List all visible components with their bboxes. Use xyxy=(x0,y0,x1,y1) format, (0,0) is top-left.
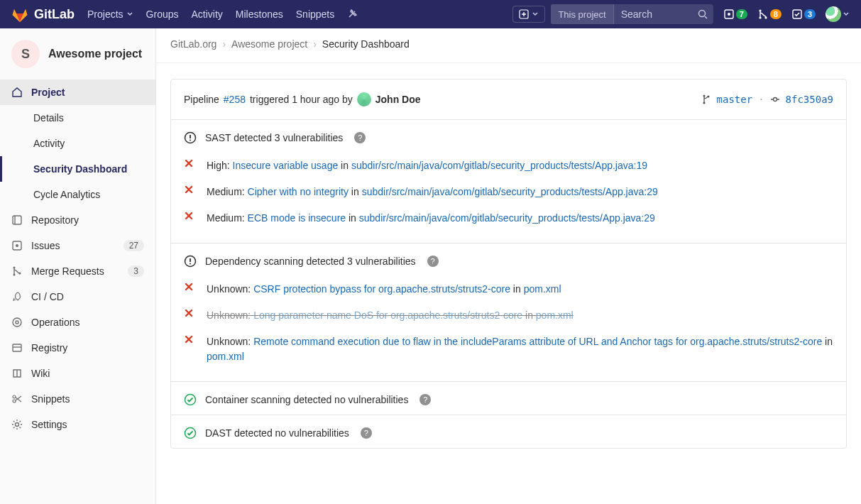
nav-projects[interactable]: Projects xyxy=(87,9,133,20)
plus-icon xyxy=(519,9,529,19)
alert-icon xyxy=(184,131,197,144)
sidebar-item-cicd[interactable]: CI / CD xyxy=(0,284,155,309)
nav-admin-icon[interactable] xyxy=(347,9,357,19)
issues-icon xyxy=(11,240,23,251)
vuln-path-link[interactable]: subdir/src/main/java/com/gitlab/security… xyxy=(359,212,655,224)
svg-point-13 xyxy=(19,273,21,275)
chevron-right-icon: › xyxy=(222,38,226,50)
vuln-name-link[interactable]: Insecure variable usage xyxy=(233,160,339,171)
vuln-in: in xyxy=(822,336,833,347)
vuln-path-link[interactable]: pom.xml xyxy=(207,351,244,362)
search-button[interactable] xyxy=(692,9,713,19)
search-icon xyxy=(698,9,708,19)
topbar-todos[interactable]: 3 xyxy=(791,9,816,20)
vuln-severity: High: xyxy=(207,160,233,171)
help-icon[interactable]: ? xyxy=(427,256,439,267)
nav-snippets[interactable]: Snippets xyxy=(296,9,334,20)
nav-activity[interactable]: Activity xyxy=(192,9,223,20)
sidebar-item-label: Wiki xyxy=(31,368,50,379)
svg-point-18 xyxy=(13,400,16,402)
nav-groups[interactable]: Groups xyxy=(146,9,179,20)
vuln-name-link[interactable]: Remote command execution due to flaw in … xyxy=(253,336,822,347)
vuln-name-link[interactable]: Cipher with no integrity xyxy=(248,186,349,197)
sidebar-item-wiki[interactable]: Wiki xyxy=(0,361,155,386)
vuln-name-link[interactable]: ECB mode is insecure xyxy=(248,212,346,224)
top-nav: Projects Groups Activity Milestones Snip… xyxy=(87,9,357,20)
branch-icon xyxy=(701,94,711,104)
new-button[interactable] xyxy=(512,6,545,23)
vuln-name-link[interactable]: Long parameter name DoS for org.apache.s… xyxy=(253,309,522,321)
avatar-icon xyxy=(826,6,841,22)
vuln-in: in xyxy=(522,309,536,321)
pipeline-prefix: Pipeline xyxy=(184,94,219,105)
help-icon[interactable]: ? xyxy=(361,427,372,439)
search-input[interactable] xyxy=(614,9,692,20)
sidebar-item-label: Registry xyxy=(31,342,67,354)
svg-point-25 xyxy=(190,140,191,141)
issues-icon xyxy=(723,9,735,20)
branch-link[interactable]: master xyxy=(717,94,753,105)
vuln-severity: Unknown: xyxy=(207,283,253,295)
svg-point-3 xyxy=(728,13,730,16)
sidebar-item-project[interactable]: Project xyxy=(0,80,155,105)
x-icon xyxy=(184,308,197,318)
gitlab-logo-icon[interactable] xyxy=(11,6,28,23)
pipeline-id-link[interactable]: #258 xyxy=(224,94,246,105)
x-icon xyxy=(184,334,197,344)
issues-count: 27 xyxy=(124,240,144,251)
sidebar-item-repository[interactable]: Repository xyxy=(0,207,155,233)
merge-icon xyxy=(757,9,769,20)
svg-point-27 xyxy=(190,263,191,265)
svg-rect-8 xyxy=(13,216,21,224)
vuln-name-link[interactable]: CSRF protection bypass for org.apache.st… xyxy=(253,283,510,295)
nav-milestones[interactable]: Milestones xyxy=(236,9,283,20)
vuln-path-link[interactable]: subdir/src/main/java/com/gitlab/security… xyxy=(362,186,658,197)
todos-icon xyxy=(791,9,803,20)
sidebar-item-issues[interactable]: Issues 27 xyxy=(0,233,155,258)
topbar-merge-requests[interactable]: 8 xyxy=(757,9,782,20)
chevron-down-icon xyxy=(532,11,539,18)
sidebar-item-registry[interactable]: Registry xyxy=(0,335,155,361)
help-icon[interactable]: ? xyxy=(354,132,366,143)
x-icon xyxy=(184,158,197,168)
sidebar-sub-details[interactable]: Details xyxy=(0,105,155,131)
container-section: Container scanning detected no vulnerabi… xyxy=(171,382,846,415)
topbar-issues[interactable]: 7 xyxy=(723,9,747,20)
chevron-right-icon: › xyxy=(313,38,317,50)
svg-point-15 xyxy=(13,318,21,327)
main: GitLab.org › Awesome project › Security … xyxy=(156,28,861,504)
search-scope[interactable]: This project xyxy=(551,4,613,24)
project-avatar: S xyxy=(11,40,40,68)
help-icon[interactable]: ? xyxy=(419,394,431,405)
check-icon xyxy=(184,427,197,439)
merge-badge: 8 xyxy=(770,9,782,19)
svg-point-1 xyxy=(698,11,705,17)
sidebar-item-merge-requests[interactable]: Merge Requests 3 xyxy=(0,258,155,284)
vuln-path-link[interactable]: subdir/src/main/java/com/gitlab/security… xyxy=(351,160,647,171)
vuln-path-link[interactable]: pom.xml xyxy=(524,283,561,295)
sidebar-sub-activity[interactable]: Activity xyxy=(0,131,155,156)
user-menu[interactable] xyxy=(826,6,850,22)
sidebar-item-label: Operations xyxy=(31,317,79,328)
check-icon xyxy=(184,393,197,406)
sidebar-sub-cycle-analytics[interactable]: Cycle Analytics xyxy=(0,182,155,207)
svg-point-21 xyxy=(703,102,705,104)
sidebar-item-settings[interactable]: Settings xyxy=(0,412,155,437)
sidebar-item-label: Issues xyxy=(31,240,60,251)
commit-icon xyxy=(770,94,780,104)
dep-title: Dependency scanning detected 3 vulnerabi… xyxy=(205,256,416,267)
breadcrumb-org[interactable]: GitLab.org xyxy=(170,38,216,50)
vulnerability-row: Unknown: Long parameter name DoS for org… xyxy=(184,302,833,329)
breadcrumb-project[interactable]: Awesome project xyxy=(231,38,307,50)
svg-point-20 xyxy=(703,95,705,97)
commit-link[interactable]: 8fc350a9 xyxy=(786,94,833,105)
sidebar-item-operations[interactable]: Operations xyxy=(0,309,155,335)
repository-icon xyxy=(11,214,23,226)
svg-point-17 xyxy=(13,395,16,398)
sidebar-item-snippets[interactable]: Snippets xyxy=(0,386,155,412)
sidebar-sub-security-dashboard[interactable]: Security Dashboard xyxy=(0,156,155,182)
brand[interactable]: GitLab xyxy=(34,7,75,22)
pipeline-suffix: triggered 1 hour ago by xyxy=(250,94,353,105)
vuln-path-link[interactable]: pom.xml xyxy=(536,309,574,321)
project-header[interactable]: S Awesome project xyxy=(0,28,155,80)
